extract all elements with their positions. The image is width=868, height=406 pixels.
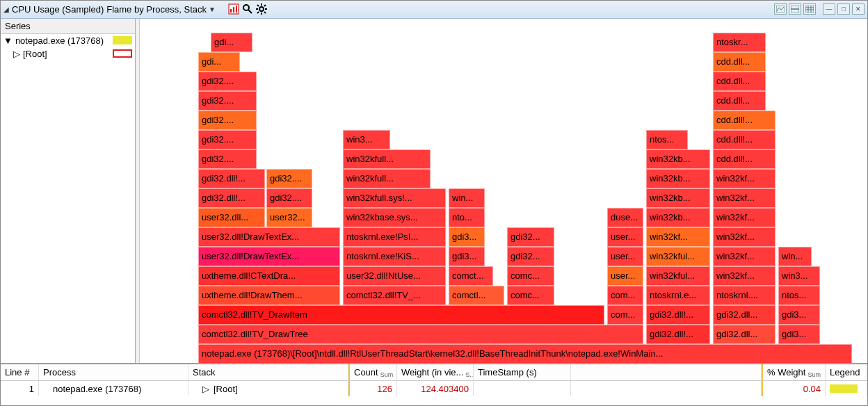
flame-frame[interactable]: comctl32.dll!TV_... — [343, 286, 446, 305]
flame-frame[interactable]: user32... — [266, 208, 312, 227]
flame-frame[interactable]: gdi... — [211, 33, 252, 52]
flame-frame[interactable]: win3... — [343, 130, 390, 149]
series-item-root[interactable]: ▷ [Root] — [1, 47, 135, 60]
flame-frame[interactable]: comctl32.dll!TV_DrawItem — [198, 305, 604, 325]
flame-frame[interactable]: win32kfull.sys!... — [343, 188, 446, 208]
col-process[interactable]: Process — [39, 364, 188, 380]
col-legend[interactable]: Legend — [826, 364, 867, 380]
flame-frame[interactable]: gdi32.... — [198, 149, 257, 169]
flame-frame[interactable]: gdi32.... — [198, 72, 257, 91]
flame-frame[interactable]: win3... — [778, 266, 820, 286]
flame-frame[interactable]: win32kf... — [713, 227, 775, 247]
flame-frame[interactable]: user... — [607, 227, 643, 247]
flame-frame[interactable]: gdi32.dll!... — [198, 188, 265, 208]
flame-frame[interactable]: com... — [607, 305, 643, 325]
flame-frame[interactable]: comctl... — [449, 286, 504, 305]
flame-frame[interactable]: user... — [607, 266, 643, 286]
series-item-notepad[interactable]: ▼ notepad.exe (173768) — [1, 34, 135, 47]
flame-frame[interactable]: gdi32.dll!... — [198, 169, 265, 188]
col-pweight[interactable]: % WeightSum — [762, 364, 826, 380]
flame-frame[interactable]: cdd.dll!... — [713, 111, 775, 130]
expander-icon[interactable]: ▷ — [202, 384, 209, 394]
flame-frame[interactable]: win32kf... — [713, 266, 775, 286]
flame-frame[interactable]: uxtheme.dll!DrawThem... — [198, 286, 340, 305]
flame-frame[interactable]: win... — [778, 247, 812, 266]
flame-frame[interactable]: gdi3... — [778, 305, 820, 325]
flame-frame[interactable]: ntoskrnl.exe!PsI... — [343, 227, 446, 247]
layout-split-button[interactable] — [789, 3, 801, 15]
expander-icon[interactable]: ▷ — [13, 49, 20, 59]
col-stack[interactable]: Stack — [188, 364, 348, 380]
flame-frame[interactable]: gdi32.... — [266, 188, 312, 208]
layout-chart-button[interactable] — [774, 3, 787, 15]
flame-frame[interactable]: ntoskrnl.e... — [646, 286, 710, 305]
flame-frame[interactable]: notepad.exe (173768)\[Root]\ntdll.dll!Rt… — [198, 344, 852, 363]
flame-frame[interactable]: win32kf... — [713, 247, 775, 266]
flame-frame[interactable]: cdd.dll... — [713, 52, 766, 72]
flame-frame[interactable]: gdi3... — [449, 227, 485, 247]
flame-frame[interactable]: nto... — [449, 208, 485, 227]
col-weight[interactable]: Weight (in vie...S... — [397, 364, 474, 380]
flame-frame[interactable]: cdd.dll... — [713, 91, 766, 111]
flame-frame[interactable]: ntos... — [778, 286, 820, 305]
flame-frame[interactable]: comctl32.dll!TV_DrawTree — [198, 325, 643, 344]
flame-chart[interactable]: notepad.exe (173768)\[Root]\ntdll.dll!Rt… — [140, 19, 867, 363]
search-icon[interactable] — [242, 3, 253, 15]
flame-frame[interactable]: gdi... — [198, 52, 240, 72]
minimize-button[interactable]: ― — [823, 3, 835, 15]
flame-frame[interactable]: win32kbase.sys... — [343, 208, 446, 227]
flame-frame[interactable]: gdi32... — [507, 247, 554, 266]
col-line[interactable]: Line # — [1, 364, 39, 380]
flame-frame[interactable]: gdi32.dll!... — [646, 325, 710, 344]
flame-frame[interactable]: gdi32.... — [198, 91, 257, 111]
flame-frame[interactable]: ntoskrnl.exe!KiS... — [343, 247, 446, 266]
flame-frame[interactable]: ntoskrnl.... — [713, 286, 775, 305]
flame-frame[interactable]: cdd.dll... — [713, 72, 766, 91]
col-timestamp[interactable]: TimeStamp (s) — [474, 364, 571, 380]
flame-frame[interactable]: user32.dll!DrawTextEx... — [198, 227, 340, 247]
flame-frame[interactable]: gdi3... — [449, 247, 485, 266]
flame-frame[interactable]: win... — [449, 188, 485, 208]
flame-frame[interactable]: win32kful... — [646, 247, 710, 266]
flame-frame[interactable]: win32kf... — [713, 208, 775, 227]
maximize-button[interactable]: □ — [837, 3, 850, 15]
view-mode-dropdown[interactable]: Flame by Process, Stack ▼ — [106, 4, 216, 15]
flame-frame[interactable]: user32.dll!NtUse... — [343, 266, 446, 286]
flame-frame[interactable]: user32.dll... — [198, 208, 265, 227]
flame-frame[interactable]: comc... — [507, 266, 554, 286]
flame-frame[interactable]: win32kb... — [646, 188, 710, 208]
flame-frame[interactable]: win32kb... — [646, 208, 710, 227]
flame-frame[interactable]: win32kfull... — [343, 169, 431, 188]
gear-icon[interactable] — [256, 3, 267, 15]
layout-table-button[interactable] — [803, 3, 816, 15]
flame-frame[interactable]: comct... — [449, 266, 493, 286]
flame-frame[interactable]: user32.dll!DrawTextEx... — [198, 247, 340, 266]
flame-frame[interactable]: ntos... — [646, 130, 688, 149]
flame-frame[interactable]: cdd.dll!... — [713, 149, 775, 169]
flame-frame[interactable]: gdi32.dll!... — [646, 305, 710, 325]
close-button[interactable]: ✕ — [852, 3, 865, 15]
flame-frame[interactable]: ntoskr... — [713, 33, 766, 52]
flame-frame[interactable]: gdi32.... — [198, 130, 257, 149]
chart-icon[interactable] — [228, 3, 239, 15]
flame-frame[interactable]: win32kf... — [646, 227, 710, 247]
collapse-triangle-icon[interactable]: ◢ — [3, 6, 9, 13]
flame-frame[interactable]: gdi32.dll... — [713, 325, 775, 344]
flame-frame[interactable]: com... — [607, 286, 643, 305]
flame-frame[interactable]: gdi32.... — [266, 169, 312, 188]
table-row[interactable]: 1 notepad.exe (173768) ▷[Root] 126 124.4… — [1, 381, 867, 396]
flame-frame[interactable]: gdi3... — [778, 325, 820, 344]
flame-frame[interactable]: win32kb... — [646, 169, 710, 188]
flame-frame[interactable]: win32kf... — [713, 169, 775, 188]
flame-frame[interactable]: gdi32... — [507, 227, 554, 247]
flame-frame[interactable]: win32kful... — [646, 266, 710, 286]
flame-frame[interactable]: win32kf... — [713, 188, 775, 208]
flame-frame[interactable]: comc... — [507, 286, 554, 305]
expander-icon[interactable]: ▼ — [3, 35, 13, 46]
flame-frame[interactable]: uxtheme.dll!CTextDra... — [198, 266, 340, 286]
flame-frame[interactable]: win32kb... — [646, 149, 710, 169]
flame-frame[interactable]: cdd.dll!... — [713, 130, 775, 149]
flame-frame[interactable]: user... — [607, 247, 643, 266]
flame-frame[interactable]: duse... — [607, 208, 643, 227]
flame-frame[interactable]: gdi32.... — [198, 111, 257, 130]
